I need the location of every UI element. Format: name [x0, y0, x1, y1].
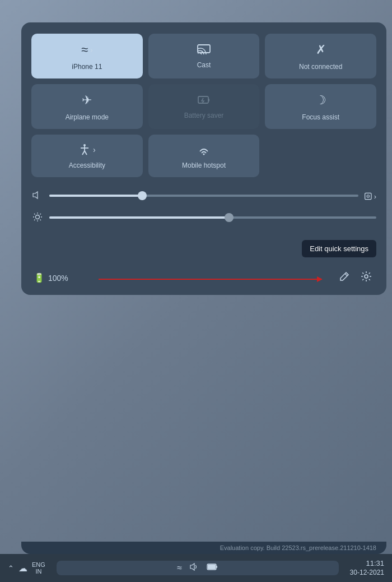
svg-marker-26 — [190, 563, 194, 570]
volume-fill — [49, 195, 142, 197]
battery-info: 🔋 100% — [34, 272, 68, 283]
focus-icon: ☽ — [315, 93, 326, 108]
svg-point-12 — [368, 196, 369, 197]
tile-airplane[interactable]: ✈ Airplane mode — [31, 84, 143, 129]
taskbar-volume-icon[interactable] — [190, 563, 199, 573]
bottom-actions — [337, 269, 374, 287]
edit-settings-tooltip: Edit quick settings — [302, 240, 376, 257]
wifi-chevron: › — [90, 45, 93, 54]
taskbar-left: ⌃ ☁ ENG IN — [8, 561, 45, 575]
bluetooth-icon: ✗ — [316, 43, 326, 57]
hotspot-icon — [198, 144, 210, 156]
volume-slider[interactable] — [49, 195, 358, 198]
eval-copy-text: Evaluation copy. Build 22523.rs_prerelea… — [220, 544, 376, 551]
svg-marker-9 — [33, 192, 38, 198]
tooltip-row: Edit quick settings — [31, 240, 376, 257]
accessibility-chevron: › — [93, 145, 96, 154]
brightness-fill — [49, 216, 229, 219]
language-badge[interactable]: ENG IN — [32, 561, 45, 575]
volume-icon — [31, 191, 44, 202]
speaker-device-icon[interactable]: › — [364, 191, 376, 201]
tile-cast-label: Cast — [197, 61, 211, 69]
quick-settings-panel: ≈ › iPhone 11 Cast ✗ Not connected ✈ — [21, 22, 386, 295]
battery-percent: 100% — [48, 274, 68, 283]
tile-focus[interactable]: ☽ Focus assist — [265, 84, 376, 129]
wifi-icon: ≈ › — [81, 43, 93, 57]
svg-point-25 — [365, 275, 368, 278]
bottom-bar: 🔋 100% — [31, 262, 376, 295]
svg-line-18 — [34, 214, 35, 215]
svg-point-13 — [36, 215, 40, 219]
svg-rect-2 — [208, 99, 209, 101]
svg-rect-28 — [216, 566, 217, 568]
svg-line-20 — [40, 214, 41, 215]
edit-quick-settings-button[interactable] — [337, 269, 352, 287]
tile-accessibility-label: Accessibility — [69, 161, 105, 169]
battery-icon: 🔋 — [34, 272, 45, 283]
cast-icon — [197, 44, 211, 56]
tile-airplane-label: Airplane mode — [66, 113, 109, 121]
clock-time: 11:31 — [366, 559, 384, 569]
tile-bluetooth-label: Not connected — [299, 63, 342, 71]
language-text: ENG — [32, 561, 45, 568]
brightness-row — [31, 212, 376, 224]
settings-button[interactable] — [358, 269, 374, 287]
taskbar-right: 11:31 30-12-2021 — [350, 559, 384, 577]
brightness-thumb[interactable] — [225, 213, 234, 222]
taskbar-center: ≈ — [57, 561, 339, 575]
tiles-grid: ≈ › iPhone 11 Cast ✗ Not connected ✈ — [31, 34, 376, 177]
svg-line-7 — [85, 151, 87, 155]
taskbar: ⌃ ☁ ENG IN ≈ 11:31 30-12-2021 — [0, 554, 392, 582]
language-sub-text: IN — [35, 568, 41, 575]
tile-accessibility[interactable]: › Accessibility — [31, 135, 143, 177]
taskbar-chevron-icon[interactable]: ⌃ — [8, 564, 14, 572]
svg-line-6 — [82, 151, 85, 155]
eval-text-bar: Evaluation copy. Build 22523.rs_prerelea… — [21, 542, 386, 554]
battery-saver-icon — [198, 95, 210, 106]
svg-marker-23 — [317, 276, 323, 282]
taskbar-battery-icon[interactable] — [207, 563, 218, 573]
tile-battery-label: Battery saver — [184, 112, 224, 119]
svg-line-24 — [345, 274, 347, 276]
svg-point-8 — [203, 154, 204, 155]
sliders-section: › — [31, 183, 376, 240]
brightness-track — [49, 216, 376, 219]
svg-point-3 — [83, 144, 86, 146]
volume-thumb[interactable] — [138, 191, 147, 200]
accessibility-icon: › — [78, 144, 96, 156]
tile-wifi[interactable]: ≈ › iPhone 11 — [31, 34, 143, 78]
tile-hotspot-label: Mobile hotspot — [182, 161, 226, 169]
brightness-slider[interactable] — [49, 216, 376, 220]
clock-date: 30-12-2021 — [350, 569, 384, 578]
volume-track — [49, 195, 358, 197]
airplane-icon: ✈ — [82, 93, 92, 108]
svg-line-19 — [40, 220, 41, 221]
tile-cast[interactable]: Cast — [148, 34, 260, 78]
red-arrow — [99, 274, 334, 285]
volume-row: › — [31, 191, 376, 202]
tile-focus-label: Focus assist — [302, 113, 339, 121]
cloud-icon: ☁ — [18, 563, 27, 574]
tile-wifi-label: iPhone 11 — [72, 63, 102, 71]
taskbar-wifi-icon[interactable]: ≈ — [177, 563, 182, 573]
tile-battery[interactable]: Battery saver — [148, 84, 260, 129]
svg-line-21 — [34, 220, 35, 221]
brightness-icon — [31, 212, 44, 224]
svg-rect-29 — [208, 565, 216, 569]
tile-bluetooth[interactable]: ✗ Not connected — [265, 34, 376, 78]
tile-hotspot[interactable]: Mobile hotspot — [148, 135, 260, 177]
